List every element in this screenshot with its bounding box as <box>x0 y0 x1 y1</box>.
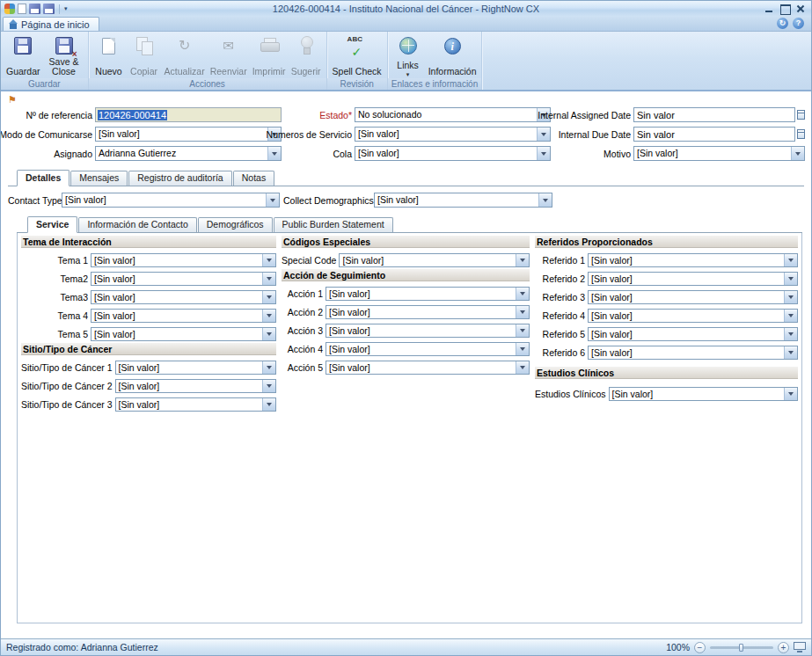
service-field-row: Acción 4 [Sin valor] <box>282 339 530 358</box>
tab-mensajes[interactable]: Mensajes <box>70 171 128 186</box>
selected-value: [Sin valor] <box>116 398 263 411</box>
calendar-icon[interactable] <box>797 129 805 139</box>
calendar-icon[interactable] <box>797 110 805 120</box>
chevron-down-icon <box>784 273 797 285</box>
field-select[interactable]: [Sin valor] <box>115 397 277 412</box>
save-all-icon[interactable] <box>43 4 55 14</box>
save-and-close-button[interactable]: × Save & Close <box>43 33 85 78</box>
minimize-button[interactable] <box>761 3 777 15</box>
actualizar-button[interactable]: ↻ Actualizar <box>162 33 208 78</box>
selected-value: [Sin valor] <box>326 343 516 355</box>
numeros-servicio-label: Numeros de Servicio <box>267 129 352 140</box>
field-select[interactable]: [Sin valor] <box>91 309 276 323</box>
close-button[interactable] <box>793 3 808 15</box>
reference-field[interactable]: 120426-000414 <box>95 107 282 122</box>
field-select[interactable]: [Sin valor] <box>115 361 277 375</box>
field-select[interactable]: [Sin valor] <box>588 327 798 341</box>
field-select[interactable]: [Sin valor] <box>91 272 276 286</box>
field-select[interactable]: [Sin valor] <box>339 253 530 267</box>
field-select[interactable]: [Sin valor] <box>326 287 530 301</box>
service-field-row: Referido 6 [Sin valor] <box>535 343 798 361</box>
field-select[interactable]: [Sin valor] <box>609 387 798 401</box>
field-select[interactable]: [Sin valor] <box>326 305 530 319</box>
field-label: Acción 1 <box>282 288 326 299</box>
maximize-button[interactable] <box>777 3 793 15</box>
refresh-icon[interactable]: ↻ <box>777 18 788 29</box>
field-select[interactable]: [Sin valor] <box>326 342 530 356</box>
field-label: Referido 4 <box>535 310 588 321</box>
selected-value: [Sin valor] <box>610 388 784 400</box>
internal-assigned-date-field[interactable]: Sin valor <box>633 107 795 122</box>
field-select[interactable]: [Sin valor] <box>91 290 276 304</box>
tab-demograficos[interactable]: Demográficos <box>198 217 273 232</box>
field-select[interactable]: [Sin valor] <box>115 379 277 393</box>
imprimir-button[interactable]: Imprimir <box>250 33 289 78</box>
cola-select[interactable]: [Sin valor] <box>355 146 551 161</box>
chevron-down-icon[interactable]: ▾ <box>64 5 68 12</box>
new-document-icon[interactable] <box>18 4 26 14</box>
nuevo-button[interactable]: Nuevo <box>91 33 127 78</box>
field-select[interactable]: [Sin valor] <box>588 253 798 267</box>
tab-public-burden-statement[interactable]: Public Burden Statement <box>274 217 393 232</box>
field-label: Sitio/Tipo de Cáncer 3 <box>21 399 115 410</box>
zoom-slider-thumb[interactable] <box>739 644 743 652</box>
zoom-in-button[interactable]: + <box>778 642 789 653</box>
field-select[interactable]: [Sin valor] <box>588 346 798 360</box>
modo-comunicarse-select[interactable]: [Sin valor] <box>95 127 282 142</box>
save-floppy-icon <box>11 35 34 56</box>
chevron-down-icon <box>262 380 275 392</box>
guardar-button[interactable]: Guardar <box>4 33 43 78</box>
collect-demographics-select[interactable]: [Sin valor] <box>374 193 552 208</box>
motivo-label: Motivo <box>604 149 631 159</box>
service-field-row: Referido 3 [Sin valor] <box>535 288 798 306</box>
numeros-servicio-select[interactable]: [Sin valor] <box>355 127 551 142</box>
tab-notas[interactable]: Notas <box>233 171 274 186</box>
links-button[interactable]: Links ▾ <box>391 33 426 78</box>
estado-select[interactable]: No solucionado <box>355 107 551 122</box>
service-field-row: Special Code [Sin valor] <box>282 251 530 269</box>
contact-row: Contact Type [Sin valor] Collect Demogra… <box>8 193 811 208</box>
zoom-out-button[interactable]: − <box>694 642 706 653</box>
field-label: Referido 2 <box>535 273 588 284</box>
chevron-down-icon <box>784 254 797 266</box>
selected-value: [Sin valor] <box>375 193 538 207</box>
field-select[interactable]: [Sin valor] <box>91 327 276 341</box>
chevron-down-icon <box>538 193 552 207</box>
tab-registro-de-auditoria[interactable]: Registro de auditoría <box>128 171 231 186</box>
asignado-select[interactable]: Adrianna Gutierrez <box>95 146 282 161</box>
zoom-slider[interactable] <box>710 646 773 649</box>
contact-type-select[interactable]: [Sin valor] <box>62 193 280 208</box>
selected-value: [Sin valor] <box>116 380 263 392</box>
selected-value: [Sin valor] <box>91 254 262 266</box>
sugerir-button[interactable]: Sugerir <box>289 33 324 78</box>
tab-service[interactable]: Service <box>27 216 77 233</box>
spell-check-button[interactable]: ABC✓ Spell Check <box>330 33 384 78</box>
service-field-row: Acción 1 [Sin valor] <box>282 284 530 302</box>
field-select[interactable]: [Sin valor] <box>91 253 276 267</box>
reenviar-button[interactable]: ✉ Reenviar <box>208 33 250 78</box>
field-select[interactable]: [Sin valor] <box>588 309 798 323</box>
service-field-row: Tema3 [Sin valor] <box>21 288 276 306</box>
help-icon[interactable]: ? <box>793 18 804 29</box>
motivo-select[interactable]: [Sin valor] <box>633 146 805 161</box>
chevron-down-icon <box>516 361 529 374</box>
informacion-button[interactable]: Información <box>426 33 479 78</box>
incident-form: Nº de referencia 120426-000414 Estado* N… <box>8 107 811 161</box>
field-select[interactable]: [Sin valor] <box>588 272 798 286</box>
ribbon-group-enlaces: Links ▾ Información Enlaces e informació… <box>388 32 483 90</box>
service-field-row: Acción 5 [Sin valor] <box>282 358 530 376</box>
tab-informacion-de-contacto[interactable]: Información de Contacto <box>78 217 196 232</box>
field-label: Tema 5 <box>21 329 91 339</box>
copiar-button[interactable]: Copiar <box>127 33 162 78</box>
referidos-section: Referidos Proporcionados Referido 1 [Sin… <box>535 236 798 361</box>
internal-due-date-field[interactable]: Sin valor <box>633 127 795 142</box>
field-select[interactable]: [Sin valor] <box>326 324 530 338</box>
field-select[interactable]: [Sin valor] <box>326 361 530 375</box>
tab-detalles[interactable]: Detalles <box>17 170 69 186</box>
field-label: Referido 1 <box>535 255 588 266</box>
section-header: Estudios Clínicos <box>535 367 798 379</box>
tab-pagina-de-inicio[interactable]: Página de inicio <box>3 17 99 31</box>
asignado-label: Asignado <box>54 149 92 159</box>
field-select[interactable]: [Sin valor] <box>588 290 798 304</box>
save-icon[interactable] <box>29 4 40 14</box>
